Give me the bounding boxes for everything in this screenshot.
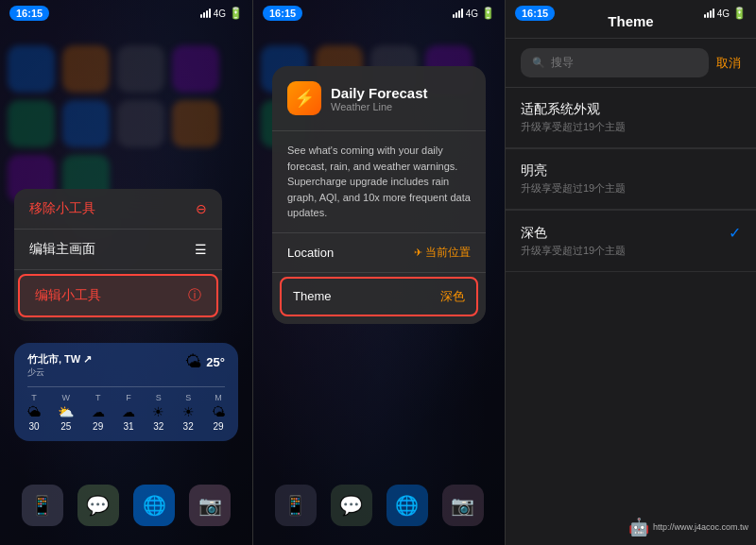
theme-option-dark-sub: 升级享受超过19个主题 bbox=[521, 244, 741, 258]
theme-option-dark[interactable]: 深色 ✓ 升级享受超过19个主题 bbox=[506, 211, 756, 272]
widget-header: ⚡ Daily Forecast Weather Line bbox=[272, 66, 486, 131]
panel-1-bg-icons bbox=[0, 38, 252, 210]
setting-theme-value: 深色 bbox=[440, 288, 465, 305]
dock-icon-p2-1: 📱 bbox=[275, 485, 317, 526]
bg-icon bbox=[62, 45, 110, 93]
forecast-day-6: M 🌤 29 bbox=[212, 393, 225, 432]
menu-item-edit-widget-label: 编辑小工具 bbox=[35, 287, 188, 304]
dock-icon-3: 🌐 bbox=[133, 485, 175, 526]
menu-item-edit-widget[interactable]: 编辑小工具 ⓘ bbox=[18, 274, 218, 317]
menu-item-remove[interactable]: 移除小工具 ⊖ bbox=[14, 189, 222, 230]
widget-card: ⚡ Daily Forecast Weather Line See what's… bbox=[272, 66, 486, 324]
status-right-3: 4G 🔋 bbox=[704, 7, 747, 20]
status-bar-3: 16:15 4G 🔋 bbox=[506, 0, 756, 26]
theme-option-system-row: 适配系统外观 bbox=[521, 101, 741, 118]
panel-3: 16:15 4G 🔋 Theme 🔍 搜导 取消 适配系统外观 升级享受超过1 bbox=[505, 0, 756, 545]
dock-icon-p2-4: 📷 bbox=[442, 485, 484, 526]
signal-bar bbox=[203, 12, 205, 18]
signal-bar bbox=[209, 9, 211, 18]
battery-icon-3: 🔋 bbox=[732, 7, 747, 20]
weather-widget: 竹北市, TW ↗ 少云 🌤 25° T 🌥 30 W ⛅ 25 T ☁ bbox=[14, 343, 238, 441]
signal-bar bbox=[206, 10, 208, 18]
context-menu: 移除小工具 ⊖ 编辑主画面 ☰ 编辑小工具 ⓘ bbox=[14, 189, 222, 321]
panel-1: 16:15 4G 🔋 移除小工具 ⊖ 编辑主画面 ☰ 编辑小工具 ⓘ bbox=[0, 0, 252, 545]
signal-type-2: 4G bbox=[466, 9, 478, 19]
bg-icon bbox=[172, 45, 219, 93]
widget-setting-location[interactable]: Location ✈ 当前位置 bbox=[272, 233, 486, 273]
forecast-day-1: W ⛅ 25 bbox=[58, 393, 74, 432]
signal-bar bbox=[453, 14, 455, 18]
status-bar-1: 16:15 4G 🔋 bbox=[0, 0, 252, 26]
signal-bar bbox=[707, 12, 709, 18]
watermark-text: http://www.j4acoc.com.tw bbox=[653, 522, 748, 532]
widget-description: See what's coming with your daily foreca… bbox=[272, 131, 486, 233]
weather-forecast: T 🌥 30 W ⛅ 25 T ☁ 29 F ☁ 31 S ☀ bbox=[27, 386, 225, 432]
status-time-2: 16:15 bbox=[263, 6, 302, 21]
signal-bar bbox=[710, 10, 712, 18]
remove-icon: ⊖ bbox=[196, 201, 207, 216]
watermark: 🤖 http://www.j4acoc.com.tw bbox=[628, 517, 748, 537]
status-right-1: 4G 🔋 bbox=[200, 7, 243, 20]
widget-app-icon: ⚡ bbox=[287, 81, 321, 115]
dock-icon-p2-2: 💬 bbox=[331, 485, 372, 526]
status-right-2: 4G 🔋 bbox=[453, 7, 495, 20]
theme-option-light[interactable]: 明亮 升级享受超过19个主题 bbox=[506, 149, 756, 210]
setting-location-label: Location bbox=[287, 246, 334, 260]
theme-option-light-sub: 升级享受超过19个主题 bbox=[521, 181, 741, 196]
panel-2: 16:15 4G 🔋 ⚡ Daily Forecast Weather Line bbox=[252, 0, 505, 545]
widget-title-row: ⚡ Daily Forecast Weather Line bbox=[287, 81, 471, 115]
status-bar-2: 16:15 4G 🔋 bbox=[253, 0, 505, 26]
signal-bar bbox=[704, 14, 706, 18]
checkmark-icon: ✓ bbox=[729, 224, 741, 242]
dock-icon-1: 📱 bbox=[22, 485, 63, 526]
theme-option-light-label: 明亮 bbox=[521, 162, 547, 179]
theme-cancel-button[interactable]: 取消 bbox=[716, 55, 741, 72]
signal-bar bbox=[713, 9, 714, 18]
forecast-day-2: T ☁ 29 bbox=[92, 393, 105, 432]
bg-icon bbox=[8, 45, 55, 93]
forecast-day-4: S ☀ 32 bbox=[152, 393, 164, 432]
theme-option-light-row: 明亮 bbox=[521, 162, 741, 179]
watermark-emoji: 🤖 bbox=[628, 517, 649, 537]
edit-widget-icon: ⓘ bbox=[188, 287, 201, 304]
theme-option-dark-row: 深色 ✓ bbox=[521, 224, 741, 242]
forecast-day-0: T 🌥 30 bbox=[27, 393, 41, 432]
theme-search-row: 🔍 搜导 取消 bbox=[506, 39, 756, 87]
status-time-1: 16:15 bbox=[9, 6, 49, 21]
dock-icon-p2-3: 🌐 bbox=[387, 485, 428, 526]
bg-icon bbox=[62, 100, 110, 147]
menu-item-remove-label: 移除小工具 bbox=[29, 200, 196, 217]
signal-type-1: 4G bbox=[214, 9, 226, 19]
weather-current-temp: 25° bbox=[206, 355, 225, 369]
forecast-day-5: S ☀ 32 bbox=[182, 393, 195, 432]
edit-home-icon: ☰ bbox=[195, 242, 207, 257]
theme-search-container[interactable]: 🔍 搜导 bbox=[521, 48, 709, 77]
signal-bars-2 bbox=[453, 9, 463, 18]
dock-panel-1: 📱 💬 🌐 📷 bbox=[14, 485, 238, 526]
weather-location: 竹北市, TW ↗ bbox=[27, 352, 92, 366]
forecast-day-3: F ☁ 31 bbox=[122, 393, 135, 432]
signal-bar bbox=[461, 9, 463, 18]
setting-location-value: ✈ 当前位置 bbox=[414, 245, 471, 261]
bg-icon bbox=[172, 100, 219, 147]
dock-icon-4: 📷 bbox=[189, 485, 231, 526]
bg-icon bbox=[8, 100, 55, 147]
theme-option-system-sub: 升级享受超过19个主题 bbox=[521, 120, 741, 134]
search-icon: 🔍 bbox=[532, 57, 545, 69]
widget-setting-theme[interactable]: Theme 深色 bbox=[280, 277, 478, 316]
theme-search-placeholder: 搜导 bbox=[551, 55, 574, 71]
menu-item-edit-home[interactable]: 编辑主画面 ☰ bbox=[14, 230, 222, 270]
theme-option-dark-label: 深色 bbox=[521, 225, 547, 242]
signal-bar bbox=[458, 10, 460, 18]
widget-subtitle: Weather Line bbox=[331, 101, 428, 112]
battery-icon-2: 🔋 bbox=[481, 7, 495, 20]
signal-type-3: 4G bbox=[717, 9, 730, 19]
setting-theme-label: Theme bbox=[293, 289, 331, 303]
theme-option-system-label: 适配系统外观 bbox=[521, 101, 600, 118]
theme-option-system[interactable]: 适配系统外观 升级享受超过19个主题 bbox=[506, 88, 756, 148]
weather-desc: 少云 bbox=[27, 366, 92, 379]
bg-icon bbox=[117, 45, 164, 93]
signal-bar bbox=[455, 12, 457, 18]
dock-icon-2: 💬 bbox=[77, 485, 119, 526]
dock-panel-2: 📱 💬 🌐 📷 bbox=[267, 485, 490, 526]
